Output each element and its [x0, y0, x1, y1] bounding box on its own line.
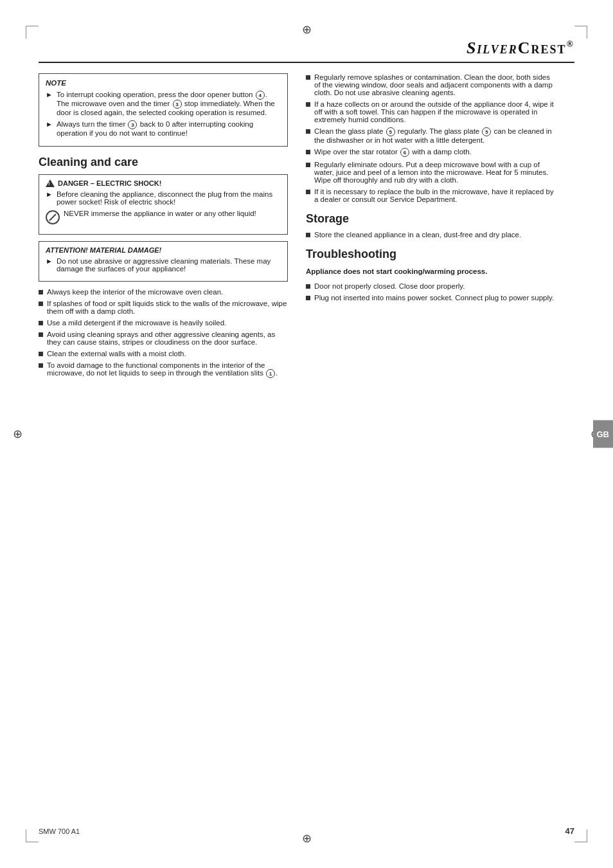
storage-text-1: Store the cleaned appliance in a clean, … [314, 231, 521, 239]
cleaning-bullet-6: To avoid damage to the functional compon… [39, 361, 288, 378]
bullet-icon-r6 [306, 190, 310, 194]
corner-bl [26, 829, 39, 842]
circle-4: 4 [256, 91, 265, 100]
bullet-icon-t2 [306, 296, 310, 300]
gb-tab: GB [593, 420, 614, 448]
bullet-icon-r3 [306, 129, 310, 134]
right-bullet-2: If a haze collects on or around the outs… [306, 100, 555, 123]
right-bullet-6: If it is necessary to replace the bulb i… [306, 188, 555, 203]
troubleshooting-bullet-1: Door not properly closed. Close door pro… [306, 282, 555, 290]
danger-title: DANGER – ELECTRIC SHOCK! [46, 179, 281, 187]
circle-6: 6 [400, 148, 409, 157]
warning-triangle-icon [46, 179, 55, 187]
no-immerse-text: NEVER immerse the appliance in water or … [64, 210, 256, 217]
storage-section-title: Storage [306, 212, 555, 226]
note-item-1: ► To interrupt cooking operation, press … [46, 91, 281, 116]
brand-logo: SilverCrest® [466, 39, 574, 58]
cleaning-bullet-5: Clean the external walls with a moist cl… [39, 350, 288, 357]
danger-text-1: Before cleaning the appliance, disconnec… [57, 190, 281, 206]
right-text-2: If a haze collects on or around the outs… [314, 100, 555, 123]
right-text-6: If it is necessary to replace the bulb i… [314, 188, 555, 203]
corner-tr [574, 26, 587, 39]
cleaning-text-4: Avoid using cleaning sprays and other ag… [47, 330, 288, 346]
bullet-icon-5 [39, 352, 43, 356]
bullet-icon-1 [39, 290, 43, 294]
main-content: NOTE ► To interrupt cooking operation, p… [39, 73, 574, 382]
bullet-icon-r1 [306, 75, 310, 80]
page: ⊕ ⊕ ⊕ ⊕ GB SilverCrest® NOTE ► To interr… [0, 0, 613, 868]
circle-3a: 3 [173, 100, 182, 109]
bullet-icon-r2 [306, 102, 310, 107]
no-immerse-icon [46, 210, 60, 224]
no-immerse-item: NEVER immerse the appliance in water or … [46, 210, 281, 224]
note-text-1: To interrupt cooking operation, press th… [57, 91, 281, 116]
cleaning-bullet-2: If splashes of food or spilt liquids sti… [39, 300, 288, 315]
circle-5b: 5 [482, 127, 491, 136]
note-text-2: Always turn the timer 3 back to 0 after … [57, 120, 281, 137]
cleaning-text-1: Always keep the interior of the microwav… [47, 288, 223, 296]
troubleshooting-text-2: Plug not inserted into mains power socke… [314, 294, 554, 302]
right-bullet-5: Regularly eliminate odours. Put a deep m… [306, 161, 555, 184]
attention-title: ATTENTION! MATERIAL DAMAGE! [46, 246, 281, 254]
arrow-icon-1: ► [46, 91, 53, 98]
right-text-5: Regularly eliminate odours. Put a deep m… [314, 161, 555, 184]
page-header: SilverCrest® [39, 39, 574, 63]
cleaning-text-5: Clean the external walls with a moist cl… [47, 350, 186, 357]
attention-item-1: ► Do not use abrasive or aggressive clea… [46, 257, 281, 273]
note-box: NOTE ► To interrupt cooking operation, p… [39, 73, 288, 147]
page-footer: SMW 700 A1 47 [39, 826, 574, 836]
circle-5a: 5 [386, 127, 395, 136]
left-column: NOTE ► To interrupt cooking operation, p… [39, 73, 288, 382]
note-title: NOTE [46, 79, 281, 87]
troubleshooting-bullet-2: Plug not inserted into mains power socke… [306, 294, 555, 302]
circle-3b: 3 [128, 120, 137, 129]
troubleshooting-section-title: Troubleshooting [306, 248, 555, 261]
note-item-2: ► Always turn the timer 3 back to 0 afte… [46, 120, 281, 137]
danger-box: DANGER – ELECTRIC SHOCK! ► Before cleani… [39, 174, 288, 235]
storage-bullet-1: Store the cleaned appliance in a clean, … [306, 231, 555, 239]
corner-br [574, 829, 587, 842]
reg-symbol: ® [567, 39, 574, 49]
cleaning-text-2: If splashes of food or spilt liquids sti… [47, 300, 288, 315]
cleaning-bullet-4: Avoid using cleaning sprays and other ag… [39, 330, 288, 346]
right-bullet-3: Clean the glass plate 5 regularly. The g… [306, 127, 555, 144]
right-text-3: Clean the glass plate 5 regularly. The g… [314, 127, 555, 144]
right-text-4: Wipe over the star rotator 6 with a damp… [314, 148, 472, 157]
right-text-1: Regularly remove splashes or contaminati… [314, 73, 555, 96]
danger-title-text: DANGER – ELECTRIC SHOCK! [58, 179, 161, 187]
bullet-icon-r5 [306, 163, 310, 167]
troubleshooting-text-1: Door not properly closed. Close door pro… [314, 282, 465, 290]
circle-1: 1 [266, 369, 275, 378]
cleaning-text-6: To avoid damage to the functional compon… [47, 361, 288, 378]
right-column: Regularly remove splashes or contaminati… [306, 73, 574, 382]
danger-item-1: ► Before cleaning the appliance, disconn… [46, 190, 281, 206]
cleaning-bullet-3: Use a mild detergent if the microwave is… [39, 319, 288, 327]
cleaning-text-3: Use a mild detergent if the microwave is… [47, 319, 226, 327]
reg-mark-top: ⊕ [302, 23, 312, 37]
troubleshooting-subtitle: Appliance does not start cooking/warming… [306, 266, 555, 277]
attention-box: ATTENTION! MATERIAL DAMAGE! ► Do not use… [39, 241, 288, 282]
cleaning-section-title: Cleaning and care [39, 156, 288, 169]
footer-model: SMW 700 A1 [39, 827, 80, 835]
attention-text-1: Do not use abrasive or aggressive cleani… [57, 257, 281, 273]
right-bullet-1: Regularly remove splashes or contaminati… [306, 73, 555, 96]
bullet-icon-3 [39, 321, 43, 325]
arrow-icon-4: ► [46, 257, 53, 265]
bullet-icon-2 [39, 302, 43, 306]
bullet-icon-6 [39, 363, 43, 368]
bullet-icon-r4 [306, 150, 310, 154]
brand-name-text: SilverCrest [466, 39, 567, 57]
footer-page-number: 47 [565, 826, 574, 836]
reg-mark-left: ⊕ [13, 427, 22, 441]
arrow-icon-2: ► [46, 120, 53, 128]
corner-tl [26, 26, 39, 39]
cleaning-bullet-1: Always keep the interior of the microwav… [39, 288, 288, 296]
bullet-icon-s1 [306, 233, 310, 237]
right-bullet-4: Wipe over the star rotator 6 with a damp… [306, 148, 555, 157]
bullet-icon-4 [39, 332, 43, 337]
arrow-icon-3: ► [46, 190, 53, 198]
bullet-icon-t1 [306, 284, 310, 289]
